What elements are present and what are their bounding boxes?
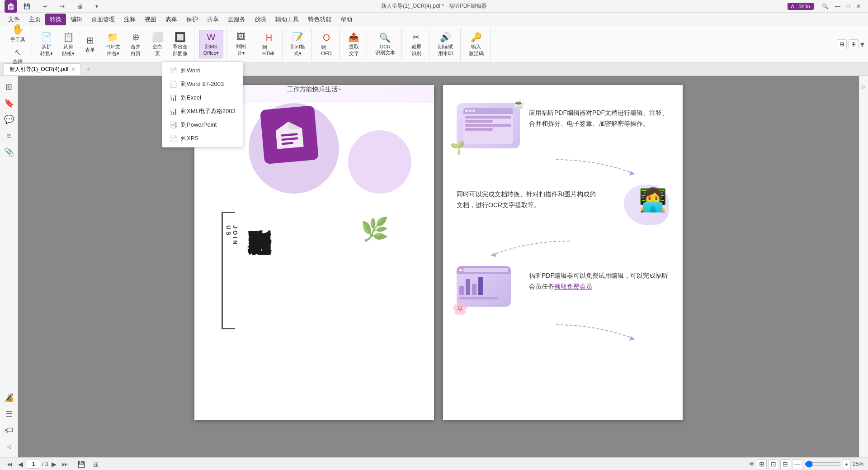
menu-share[interactable]: 共享 [203,14,223,25]
to-powerpoint-item[interactable]: 📑 到PowerPoint [162,118,243,132]
menu-protect[interactable]: 保护 [182,14,203,25]
print-icon[interactable]: 🖨 [92,461,99,468]
page-right-bg: 🌱 ☕ 应用福昕PDF编辑器对PDF文档进行编辑、注释、合并和拆分、电子签章、加… [443,85,683,359]
to-ofd-icon: O [323,33,330,43]
menu-page-manage[interactable]: 页面管理 [87,14,119,25]
window-search[interactable]: 🔍 [819,2,831,10]
view-toggle-double[interactable]: ⊞ [849,39,859,49]
to-word-item[interactable]: 📄 到Word [162,64,243,77]
table-form-button[interactable]: ⊞ 表单 [80,33,100,55]
toolbar-group-html: H 到HTML [256,29,283,60]
feature-img-3: 🌸 [457,266,520,311]
to-ofd-button[interactable]: O 到OFD [316,31,336,58]
zoom-out-button-left[interactable]: — [792,459,803,469]
table-icon: ⊞ [86,35,94,46]
menu-annotate[interactable]: 注释 [119,14,140,25]
free-member-link[interactable]: 领取免费会员 [554,283,592,290]
prev-page-button[interactable]: ◀ [16,460,25,469]
panel-collapse-button[interactable]: ▷ [860,80,868,93]
export-images-button[interactable]: 🔲 导出全部图像 [169,30,191,59]
ocr-button[interactable]: 🔍 OCR识别文本 [372,30,399,58]
sidebar-collapse[interactable]: ◁ [2,439,16,454]
to-xml-excel-item[interactable]: 📊 到XML电子表格2003 [162,104,243,118]
convert-clipboard[interactable]: 📋 从剪贴板▾ [58,30,78,59]
blank-page-button[interactable]: ⬜ 空白页 [147,30,167,59]
to-html-button[interactable]: H 到HTML [259,31,279,58]
select-tool-button[interactable]: ↖ 选择 [6,46,29,67]
sidebar-layers[interactable]: ≡ [2,128,16,143]
toolbar-more[interactable]: ▾ [860,39,864,49]
view-toggle-single[interactable]: ⊟ [837,39,847,49]
to-image-button[interactable]: 🖼 到图片▾ [231,30,251,58]
tts-button[interactable]: 🔊 朗读试用水印 [434,30,458,59]
zoom-in-button[interactable]: ⊞ [757,459,767,469]
window-minimize[interactable]: — [832,2,843,10]
last-page-button[interactable]: ⏭ [60,460,70,469]
zoom-width-button[interactable]: ⊟ [780,459,790,469]
pdf-package-button[interactable]: 📁 PDF文件包▾ [102,30,124,59]
extract-icon: 📤 [348,32,359,43]
next-page-button[interactable]: ▶ [50,460,58,469]
page-number-input[interactable] [27,460,40,469]
save-current-icon[interactable]: 💾 [77,461,85,468]
title-bar: 💾 ↩ ↪ 🖨 ▾ 新人引导(1)_OCR(4).pdf * - 福昕PDF编辑… [0,0,868,13]
zoom-in-button-right[interactable]: + [843,459,851,469]
tab-close-button[interactable]: ✕ [71,67,75,72]
menu-cloud[interactable]: 云服务 [223,14,250,25]
to-ms-office-button[interactable]: W 到MSOffice▾ [199,30,223,58]
user-badge[interactable]: A - Sh3n [788,3,814,10]
menu-accessibility[interactable]: 辅助工具 [271,14,303,25]
quick-access-save[interactable]: 💾 [21,2,33,10]
to-excel-item[interactable]: 📊 到Excel [162,91,243,104]
pdf-package-icon: 📁 [107,32,118,43]
to-rtf-button[interactable]: 📝 到rtf格式▾ [287,30,309,59]
zoom-fit-button[interactable]: ⊡ [769,459,778,469]
menu-convert[interactable]: 转换 [45,14,66,25]
quick-access-redo[interactable]: ↪ [57,2,67,10]
new-tab-button[interactable]: + [83,64,94,75]
menu-help[interactable]: 帮助 [336,14,357,25]
menu-special[interactable]: 特色功能 [303,14,336,25]
menu-view[interactable]: 视图 [140,14,161,25]
sidebar-form[interactable]: ☰ [2,407,16,421]
to-powerpoint-label: 到PowerPoint [181,121,217,129]
quick-access-more[interactable]: ▾ [93,2,101,10]
to-word-97-item[interactable]: 📄 到Word 97-2003 [162,77,243,91]
activate-button[interactable]: 🔑 输入激活码 [465,30,487,59]
sidebar-comments[interactable]: 💬 [2,112,16,127]
toolbar-group-ofd: O 到OFD [314,29,340,60]
sidebar-thumbnail[interactable]: ⊞ [2,80,16,94]
quick-access-undo[interactable]: ↩ [40,2,50,10]
pdf-viewer[interactable]: JOIN US 欢迎来到福昕 🌿 🕺 💃 感谢您如全球6.5亿用户一样信任福昕P… [18,76,859,457]
bar1 [459,286,464,295]
combine-button[interactable]: ⊕ 合并白页 [126,30,146,59]
window-maximize[interactable]: □ [844,2,853,10]
sidebar-tag[interactable]: 🏷 [2,423,16,437]
select-label: 选择 [13,58,23,65]
deco-cup: ☕ [513,99,524,109]
hand-tool-button[interactable]: ✋ 手工具 [6,22,29,45]
zoom-percentage: 25% [853,461,863,467]
sidebar-attachments[interactable]: 📎 [2,145,16,159]
window-close[interactable]: ✕ [854,2,863,10]
to-xps-item[interactable]: 📄 到XPS [162,132,243,145]
menu-form[interactable]: 表单 [161,14,182,25]
capture-button[interactable]: ✂ 截屏识别 [406,30,426,59]
first-page-button[interactable]: ⏮ [5,460,14,469]
eye-icon: 👁 [749,461,755,468]
browser-dot-2 [469,109,472,112]
convert-from-expand[interactable]: 📄 从扩转换▾ [37,30,57,59]
extract-text-button[interactable]: 📤 提取文字 [344,30,364,59]
menu-edit[interactable]: 编辑 [66,14,87,25]
quick-access-print[interactable]: 🖨 [75,2,85,10]
sidebar-signature[interactable]: 🔏 [2,390,16,405]
table-label: 表单 [85,47,95,53]
menu-bar: 文件 主页 转换 编辑 页面管理 注释 视图 表单 保护 共享 云服务 放映 辅… [0,13,868,26]
clipboard-label: 从剪贴板▾ [62,43,75,57]
menu-present[interactable]: 放映 [250,14,271,25]
sidebar-bookmark[interactable]: 🔖 [2,96,16,110]
zoom-slider[interactable] [805,461,841,468]
to-image-icon: 🖼 [236,32,245,42]
tts-icon: 🔊 [440,32,451,43]
zoom-controls: 👁 ⊞ ⊡ ⊟ — + 25% [749,459,863,469]
